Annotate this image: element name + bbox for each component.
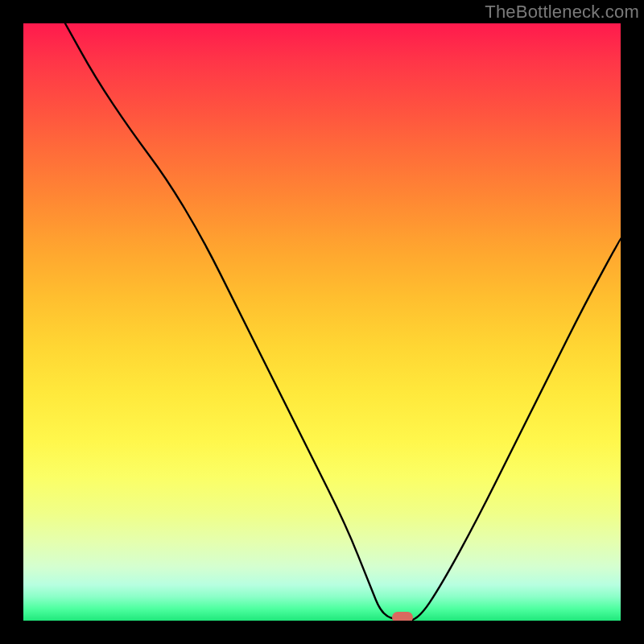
optimum-marker (392, 612, 413, 621)
curve-path (65, 23, 621, 621)
bottleneck-curve (23, 23, 621, 621)
plot-area (23, 23, 621, 621)
chart-container: TheBottleneck.com (0, 0, 644, 644)
watermark-text: TheBottleneck.com (485, 2, 639, 23)
